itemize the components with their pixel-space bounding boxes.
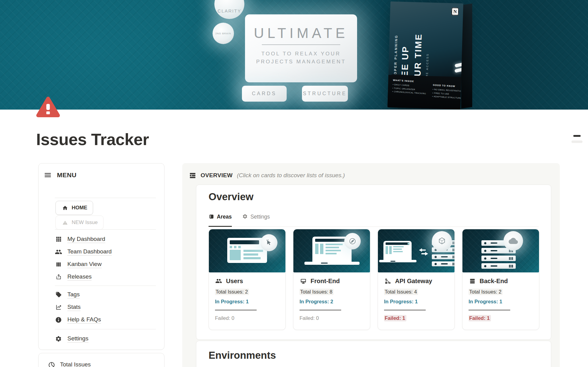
cube-glow-icon (432, 231, 452, 251)
menu-divider (55, 198, 156, 198)
stat-divider (215, 310, 257, 310)
failed-stat: Failed: 0 (300, 315, 364, 321)
sidebar-item-total-issues[interactable]: Total Issues (48, 361, 91, 367)
area-card-title: Back-End (480, 278, 508, 285)
product-box-front: N DEVELOPER PLANNING FREE UP YOUR TIME L… (387, 2, 463, 110)
home-icon (61, 204, 69, 212)
cloud-glow-icon (503, 231, 523, 251)
sidebar-item-settings[interactable]: Settings (55, 332, 158, 345)
cards-banner-button: CARDS (242, 86, 287, 102)
tag-icon (55, 291, 62, 298)
product-box: N DEVELOPER PLANNING FREE UP YOUR TIME L… (385, 2, 486, 110)
info-icon (55, 316, 62, 324)
stat-divider (469, 310, 510, 310)
kanban-icon (55, 261, 62, 268)
stats-icon (55, 304, 62, 311)
area-card-api-gateway[interactable]: API Gateway Total Issues: 4 In Progress:… (378, 229, 455, 330)
api-gateway-card-image (378, 229, 454, 272)
hero-subtitle-line1: TOOL TO RELAX YOUR (245, 50, 357, 58)
failed-stat: Failed: 1 (469, 315, 533, 321)
area-card-title: Users (226, 278, 243, 285)
cover-banner: CLARITY 2ND BRAIN ULTIMATE TOOL TO RELAX… (0, 0, 588, 110)
stat-divider (300, 310, 341, 310)
gear-icon (55, 335, 62, 343)
total-issues-stat: Total Issues: 2 (469, 289, 533, 295)
box-info-band: WHAT'S INSIDE • DAILY CARDS • TOPIC ORGA… (387, 75, 461, 110)
callout-title: OVERVIEW (201, 172, 232, 179)
menu-title: MENU (57, 171, 77, 179)
callout-hint: (Click on cards to discover lists of iss… (237, 172, 345, 179)
sync-arrows-icon (418, 246, 429, 257)
hero-card: ULTIMATE TOOL TO RELAX YOUR PROJECTS MAN… (245, 14, 357, 82)
page-warning-icon[interactable] (36, 95, 61, 120)
collapse-handle-ghost (571, 140, 582, 143)
new-issue-button[interactable]: NEW Issue (55, 215, 104, 230)
front-end-card-image (293, 229, 370, 272)
release-icon (55, 273, 62, 281)
overview-heading: Overview (209, 191, 254, 203)
sidebar-item-my-dashboard[interactable]: My Dashboard (55, 233, 158, 245)
hero-title: ULTIMATE (245, 25, 357, 41)
monitor-icon (300, 277, 307, 285)
area-card-users[interactable]: Users Total Issues: 2 In Progress: 1 Fai… (209, 229, 286, 330)
tab-areas[interactable]: Areas (209, 214, 232, 227)
hero-divider (262, 44, 340, 45)
areas-icon (209, 214, 214, 219)
page-title: Issues Tracker (36, 130, 149, 149)
product-box-side (461, 3, 472, 108)
hamburger-icon[interactable] (44, 171, 51, 179)
overview-panel: OVERVIEW (Click on cards to discover lis… (182, 163, 560, 367)
compass-glow-icon (344, 233, 361, 249)
menu-card: MENU HOME NEW Issue My Dashboard Team Da… (38, 163, 164, 350)
stat-divider (384, 310, 426, 310)
menu-divider (55, 329, 156, 329)
total-issues-stat: Total Issues: 8 (300, 289, 364, 295)
second-brain-bubble: 2ND BRAIN (213, 23, 234, 44)
back-end-card-image (462, 229, 539, 272)
sidebar-item-releases[interactable]: Releases (55, 271, 158, 283)
team-icon (55, 248, 62, 256)
sidebar-item-team-dashboard[interactable]: Team Dashboard (55, 245, 158, 258)
in-progress-stat: In Progress: 1 (469, 299, 533, 305)
tab-settings[interactable]: Settings (242, 214, 270, 227)
collapse-handle[interactable] (573, 135, 581, 137)
clarity-bubble: CLARITY (214, 0, 244, 19)
environments-heading: Environments (209, 350, 276, 361)
sidebar-item-help-faqs[interactable]: Help & FAQs (55, 313, 158, 326)
sidebar-item-kanban-view[interactable]: Kanban View (55, 258, 158, 271)
sidebar-item-stats[interactable]: Stats (55, 301, 158, 313)
area-card-front-end[interactable]: Front-End Total Issues: 8 In Progress: 2… (293, 229, 370, 330)
structure-banner-button: STRUCTURE (302, 86, 348, 102)
network-icon (384, 277, 391, 285)
failed-stat: Failed: 0 (215, 315, 279, 321)
in-progress-stat: In Progress: 1 (215, 299, 279, 305)
area-card-title: Front-End (311, 278, 340, 285)
clarity-bubble-label: CLARITY (217, 8, 241, 13)
totals-card: Total Issues (38, 353, 164, 367)
server-stack-icon (469, 277, 476, 285)
rows-icon (189, 172, 196, 179)
area-card-title: API Gateway (395, 278, 432, 285)
good-to-know-title: GOOD TO KNOW (433, 84, 463, 88)
menu-divider (55, 229, 156, 230)
hero-subtitle-line2: PROJECTS MANAGEMENT (245, 58, 357, 66)
gear-icon (242, 214, 248, 219)
second-brain-bubble-label: 2ND BRAIN (215, 32, 231, 35)
in-progress-stat: In Progress: 1 (384, 299, 448, 305)
warning-icon (61, 219, 69, 226)
menu-divider (55, 286, 156, 286)
failed-stat: Failed: 1 (384, 315, 448, 321)
in-progress-stat: In Progress: 2 (300, 299, 364, 305)
cursor-glow-icon (260, 234, 277, 251)
users-icon (215, 277, 222, 285)
environments-card: Environments (196, 341, 551, 367)
notion-logo: N (451, 7, 459, 16)
total-issues-stat: Total Issues: 2 (215, 289, 279, 295)
sidebar-item-tags[interactable]: Tags (55, 288, 158, 301)
overview-card: Overview Areas Settings (196, 185, 551, 340)
total-issues-stat: Total Issues: 4 (384, 289, 448, 295)
users-card-image (209, 229, 285, 272)
area-card-back-end[interactable]: Back-End Total Issues: 2 In Progress: 1 … (462, 229, 539, 330)
home-button[interactable]: HOME (55, 201, 93, 215)
pie-clock-icon (48, 361, 55, 367)
